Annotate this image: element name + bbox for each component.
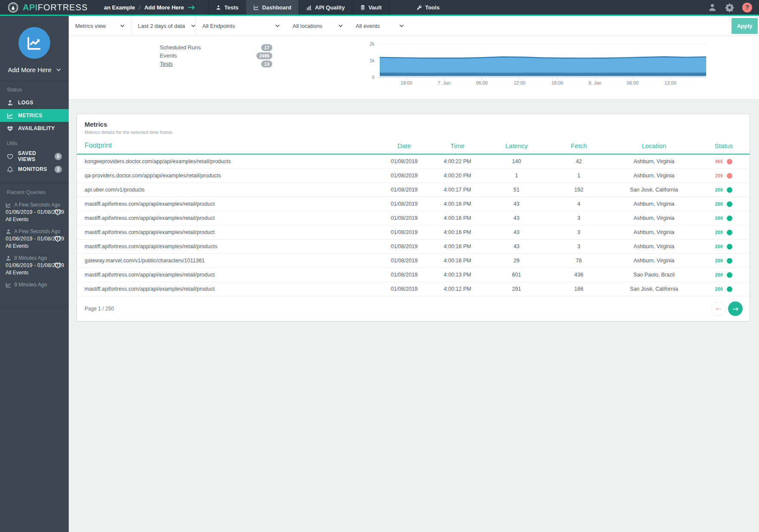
column-status[interactable]: Status — [698, 142, 750, 149]
metrics-icon — [6, 202, 11, 208]
status-code: 200 — [715, 244, 723, 249]
favorite-heart-icon[interactable] — [54, 262, 64, 269]
tab-tests[interactable]: Tests — [208, 0, 246, 15]
favorite-heart-icon[interactable] — [54, 235, 64, 242]
view-mode-dropdown[interactable]: Metrics view — [69, 16, 131, 36]
sidebar-item-label: SAVED VIEWS — [18, 150, 55, 162]
table-row[interactable]: api.uber.com/v1/products01/08/20194:00:1… — [77, 183, 750, 197]
column-fetch[interactable]: Fetch — [548, 142, 610, 149]
tab-vault[interactable]: Vault — [352, 0, 390, 15]
svg-text:06:00: 06:00 — [476, 80, 488, 85]
recent-query-ago-label: 9 Minutes Ago — [14, 282, 47, 288]
table-row[interactable]: mastiff.apifortress.com/app/api/examples… — [77, 211, 750, 225]
summary-row-events: Events2496 — [160, 52, 272, 60]
status-code: 200 — [715, 188, 723, 192]
sidebar-item-saved-views[interactable]: SAVED VIEWS0 — [0, 150, 69, 163]
recent-query-ago: A Few Seconds Ago — [6, 202, 54, 208]
recent-query-ago: 9 Minutes Ago — [6, 282, 54, 288]
previous-page-button[interactable]: ← — [711, 301, 726, 316]
sidebar-item-logs[interactable]: LOGS — [0, 96, 69, 109]
apifortress-logo-icon — [8, 2, 18, 13]
favorite-heart-icon[interactable] — [54, 209, 64, 216]
recent-query-scope: All Events — [6, 270, 54, 276]
locations-value: All locations — [293, 23, 322, 29]
table-row[interactable]: mastiff.apifortress.com/app/api/examples… — [77, 268, 750, 282]
next-page-button[interactable]: → — [728, 301, 743, 316]
svg-text:1k: 1k — [369, 58, 375, 63]
recent-query-item[interactable]: 8 Minutes Ago01/06/2019 - 01/08/2019All … — [0, 252, 69, 279]
gear-icon[interactable] — [725, 3, 734, 12]
tab-label: Tools — [425, 4, 440, 11]
project-selector[interactable]: Add More Here — [0, 66, 69, 73]
cell-latency: 43 — [485, 229, 548, 235]
metrics-icon — [253, 5, 259, 10]
apply-button[interactable]: Apply — [732, 18, 758, 34]
sidebar-item-monitors[interactable]: MONITORS2 — [0, 163, 69, 176]
recent-query-main: A Few Seconds Ago01/06/2019 - 01/08/2019… — [6, 202, 54, 222]
cell-fetch: 436 — [548, 272, 610, 278]
table-header: Footprint Date Time Latency Fetch Locati… — [77, 137, 750, 155]
summary-stats: Scheduled Runs17Events2496Tests13 — [160, 43, 272, 68]
table-row[interactable]: qa-providers.doctor.com/app/api/examples… — [77, 169, 750, 183]
table-row[interactable]: mastiff.apifortress.com/app/api/examples… — [77, 282, 750, 296]
table-row[interactable]: mastiff.apifortress.com/app/api/examples… — [77, 240, 750, 254]
sidebar-item-label: AVAILABILITY — [18, 125, 55, 131]
status-code: 200 — [715, 258, 723, 263]
breadcrumb-page[interactable]: Add More Here — [144, 4, 184, 11]
cell-date: 01/08/2019 — [379, 272, 430, 278]
svg-text:12:00: 12:00 — [665, 80, 677, 85]
table-row[interactable]: gateway.marvel.com/v1/public/characters/… — [77, 254, 750, 268]
recent-query-ago-label: A Few Seconds Ago — [14, 228, 60, 234]
user-account-icon[interactable] — [708, 3, 717, 12]
tab-dashboard[interactable]: Dashboard — [246, 0, 299, 15]
events-dropdown[interactable]: All events — [349, 16, 410, 36]
filter-bar: Metrics view Last 2 days of data All End… — [69, 16, 759, 36]
sidebar-item-availability[interactable]: AVAILABILITY — [0, 122, 69, 135]
recent-query-item[interactable]: A Few Seconds Ago01/06/2019 - 01/08/2019… — [0, 199, 69, 225]
cell-footprint: kongeeproviders.doctor.com/app/api/examp… — [77, 158, 379, 164]
status-code: 200 — [715, 230, 723, 235]
table-row[interactable]: mastiff.apifortress.com/app/api/examples… — [77, 225, 750, 240]
sidebar-item-metrics[interactable]: METRICS — [0, 109, 69, 122]
user-icon — [6, 229, 11, 234]
project-avatar[interactable] — [18, 27, 50, 59]
cell-date: 01/08/2019 — [379, 215, 430, 221]
cell-date: 01/08/2019 — [379, 243, 430, 249]
cell-footprint: gateway.marvel.com/v1/public/characters/… — [77, 258, 379, 264]
breadcrumb-project[interactable]: an Example — [104, 4, 135, 11]
locations-dropdown[interactable]: All locations — [286, 16, 349, 36]
recent-query-item[interactable]: 9 Minutes Ago — [0, 279, 69, 291]
column-location[interactable]: Location — [610, 142, 698, 149]
summary-label[interactable]: Tests — [160, 61, 173, 67]
table-row[interactable]: mastiff.apifortress.com/app/api/examples… — [77, 197, 750, 211]
recent-query-scope: All Events — [6, 216, 54, 222]
cell-footprint: mastiff.apifortress.com/app/api/examples… — [77, 229, 379, 235]
recent-query-range: 01/06/2019 - 01/08/2019 — [6, 262, 54, 268]
breadcrumb-arrow-icon[interactable] — [188, 5, 195, 10]
table-row[interactable]: kongeeproviders.doctor.com/app/api/examp… — [77, 155, 750, 169]
endpoints-dropdown[interactable]: All Endpoints — [196, 16, 286, 36]
summary-count-badge: 2496 — [256, 52, 272, 59]
cell-fetch: 4 — [548, 201, 610, 207]
cell-time: 4:00:16 PM — [430, 258, 485, 264]
svg-text:12:00: 12:00 — [514, 80, 526, 85]
page-indicator: Page 1 / 250 — [85, 306, 114, 312]
column-time[interactable]: Time — [430, 142, 485, 149]
recent-query-main: A Few Seconds Ago01/06/2019 - 01/08/2019… — [6, 228, 54, 249]
tab-api-quality[interactable]: API Quality — [299, 0, 352, 15]
chevron-down-icon — [338, 24, 343, 27]
recent-query-item[interactable]: A Few Seconds Ago01/06/2019 - 01/08/2019… — [0, 225, 69, 252]
cell-date: 01/08/2019 — [379, 173, 430, 179]
cell-fetch: 192 — [548, 187, 610, 193]
column-latency[interactable]: Latency — [485, 142, 548, 149]
help-icon[interactable]: ? — [742, 3, 752, 12]
cell-status: 405 — [698, 159, 750, 164]
column-date[interactable]: Date — [379, 142, 430, 149]
cell-footprint: qa-providers.doctor.com/app/api/examples… — [77, 173, 379, 179]
tab-tools[interactable]: Tools — [409, 0, 447, 15]
brand[interactable]: APIFORTRESS — [0, 0, 98, 15]
heart-icon — [7, 153, 14, 160]
timeframe-dropdown[interactable]: Last 2 days of data — [131, 16, 196, 36]
status-dot-icon — [727, 286, 732, 292]
column-footprint[interactable]: Footprint — [77, 142, 379, 149]
